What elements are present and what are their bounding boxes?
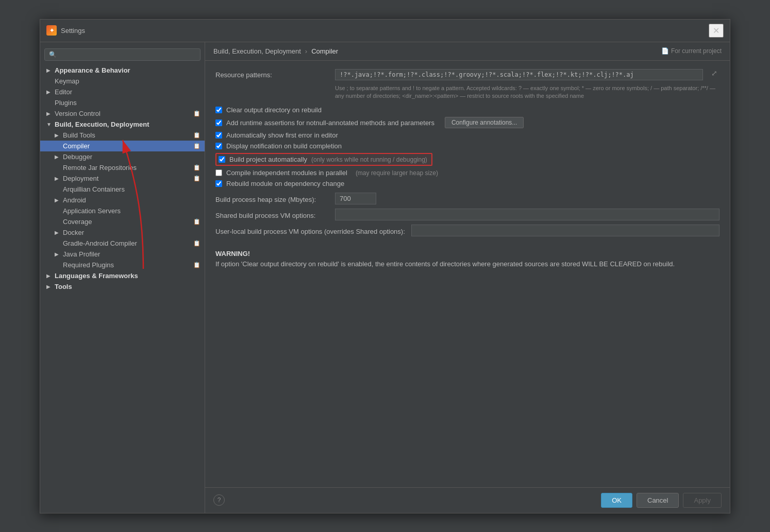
shared-vm-input[interactable]: [335, 209, 719, 220]
sidebar-item-label: Editor: [55, 88, 200, 96]
chevron-icon: ▶: [46, 111, 53, 116]
chevron-icon: ▼: [46, 122, 53, 127]
search-input[interactable]: [44, 48, 200, 61]
help-button[interactable]: ?: [213, 494, 225, 506]
sidebar-item-label: Arquillian Containers: [63, 185, 200, 193]
heap-input[interactable]: [335, 193, 376, 204]
checkbox-row-display-notification: Display notification on build completion: [215, 142, 719, 150]
sidebar-item-docker[interactable]: ▶Docker: [40, 227, 205, 238]
copy-icon: 📋: [193, 262, 200, 268]
ok-button[interactable]: OK: [601, 493, 632, 508]
checkbox-note-build-automatically: (only works while not running / debuggin…: [311, 156, 427, 163]
checkbox-clear-output[interactable]: [215, 107, 222, 113]
chevron-icon: ▶: [46, 273, 53, 279]
chevron-icon: ▶: [46, 89, 53, 95]
sidebar-item-appearance[interactable]: ▶Appearance & Behavior: [40, 65, 205, 76]
sidebar-item-label: Required Plugins: [63, 261, 191, 269]
checkbox-label-auto-show-error: Automatically show first error in editor: [226, 131, 338, 139]
sidebar-item-label: Coverage: [63, 218, 191, 226]
sidebar-item-label: Build Tools: [63, 131, 191, 139]
shared-vm-row: Shared build process VM options:: [215, 209, 719, 220]
sidebar-items-container: ▶Appearance & Behavior Keymap▶Editor Plu…: [40, 65, 205, 292]
sidebar-item-compiler[interactable]: Compiler📋: [40, 141, 205, 151]
resource-patterns-label: Resource patterns:: [215, 69, 329, 79]
chevron-icon: ▶: [55, 154, 61, 160]
resource-patterns-input[interactable]: [335, 69, 703, 80]
sidebar-item-debugger[interactable]: ▶Debugger: [40, 151, 205, 162]
app-icon: ✦: [46, 25, 57, 36]
sidebar-item-keymap[interactable]: Keymap: [40, 76, 205, 87]
sidebar-item-required-plugins[interactable]: Required Plugins📋: [40, 260, 205, 270]
sidebar-item-languages[interactable]: ▶Languages & Frameworks: [40, 270, 205, 281]
checkbox-build-automatically[interactable]: [219, 156, 225, 163]
breadcrumb-current: Compiler: [311, 47, 338, 55]
dialog-body: ▶Appearance & Behavior Keymap▶Editor Plu…: [40, 42, 730, 513]
sidebar-item-label: Plugins: [55, 99, 200, 107]
warning-title: WARNING!: [215, 250, 250, 258]
copy-icon: 📋: [193, 164, 200, 171]
checkbox-label-rebuild-on-dep: Rebuild module on dependency change: [226, 180, 344, 187]
close-button[interactable]: ✕: [709, 24, 724, 38]
checkbox-label-clear-output: Clear output directory on rebuild: [226, 106, 322, 114]
sidebar-item-editor[interactable]: ▶Editor: [40, 87, 205, 97]
title-bar: ✦ Settings ✕: [40, 20, 730, 42]
user-vm-input[interactable]: [411, 225, 719, 236]
sidebar-item-label: Version Control: [55, 110, 191, 117]
sidebar-item-build-execution[interactable]: ▼Build, Execution, Deployment: [40, 119, 205, 130]
chevron-icon: ▶: [55, 230, 61, 235]
title-bar-left: ✦ Settings: [46, 25, 85, 36]
checkbox-add-runtime[interactable]: [215, 119, 222, 126]
sidebar-item-version-control[interactable]: ▶Version Control📋: [40, 108, 205, 119]
breadcrumb-project: 📄 For current project: [661, 47, 722, 55]
help-text: Use ; to separate patterns and ! to nega…: [335, 84, 719, 100]
sidebar-item-label: Android: [63, 196, 200, 204]
checkbox-row-build-automatically: Build project automatically(only works w…: [215, 153, 432, 166]
shared-vm-label: Shared build process VM options:: [215, 210, 329, 219]
checkbox-label-compile-parallel: Compile independent modules in parallel: [226, 169, 347, 177]
sidebar-item-tools[interactable]: ▶Tools: [40, 281, 205, 292]
breadcrumb-bar: Build, Execution, Deployment › Compiler …: [205, 42, 730, 61]
sidebar-item-label: Tools: [55, 283, 200, 290]
resource-patterns-row: Resource patterns: ⤢: [215, 69, 719, 80]
sidebar-item-android[interactable]: ▶Android: [40, 195, 205, 205]
main-content: Build, Execution, Deployment › Compiler …: [205, 42, 730, 513]
sidebar-item-build-tools[interactable]: ▶Build Tools📋: [40, 130, 205, 141]
sidebar-item-coverage[interactable]: Coverage📋: [40, 216, 205, 227]
sidebar-item-label: Keymap: [55, 77, 200, 85]
cancel-button[interactable]: Cancel: [637, 493, 679, 508]
checkbox-row-add-runtime: Add runtime assertions for notnull-annot…: [215, 117, 719, 128]
window-title: Settings: [61, 27, 85, 35]
apply-button[interactable]: Apply: [683, 493, 722, 508]
chevron-icon: ▶: [55, 176, 61, 181]
copy-icon: 📋: [193, 110, 200, 117]
sidebar-item-label: Appearance & Behavior: [55, 66, 200, 74]
sidebar-item-app-servers[interactable]: Application Servers: [40, 205, 205, 216]
checkbox-row-rebuild-on-dep: Rebuild module on dependency change: [215, 180, 719, 187]
sidebar-item-gradle-android[interactable]: Gradle-Android Compiler📋: [40, 238, 205, 249]
checkbox-display-notification[interactable]: [215, 143, 222, 149]
sidebar-item-deployment[interactable]: ▶Deployment📋: [40, 173, 205, 184]
copy-icon: 📋: [193, 132, 200, 139]
warning-body: If option 'Clear output directory on reb…: [215, 260, 675, 268]
checkbox-compile-parallel[interactable]: [215, 169, 222, 176]
bottom-bar: ? OK Cancel Apply: [205, 487, 730, 513]
chevron-icon: ▶: [55, 132, 61, 138]
checkbox-auto-show-error[interactable]: [215, 132, 222, 139]
checkboxes-container: Clear output directory on rebuildAdd run…: [215, 106, 719, 187]
collapse-button[interactable]: ⤢: [709, 69, 719, 77]
copy-icon: 📋: [193, 218, 200, 225]
checkbox-label-build-automatically: Build project automatically: [229, 156, 307, 163]
heap-label: Build process heap size (Mbytes):: [215, 194, 329, 203]
breadcrumb-separator: ›: [305, 47, 307, 55]
warning-text: WARNING! If option 'Clear output directo…: [215, 249, 719, 269]
sidebar-item-java-profiler[interactable]: ▶Java Profiler: [40, 249, 205, 260]
sidebar-item-arquillian[interactable]: Arquillian Containers: [40, 184, 205, 195]
chevron-icon: ▶: [46, 284, 53, 289]
sidebar-item-remote-jar[interactable]: Remote Jar Repositories📋: [40, 162, 205, 173]
sidebar-item-label: Deployment: [63, 175, 191, 182]
warning-section: WARNING! If option 'Clear output directo…: [215, 249, 719, 269]
checkbox-label-add-runtime: Add runtime assertions for notnull-annot…: [226, 119, 434, 127]
sidebar-item-plugins[interactable]: Plugins: [40, 97, 205, 108]
checkbox-rebuild-on-dep[interactable]: [215, 180, 222, 187]
configure-annotations-button[interactable]: Configure annotations...: [445, 117, 524, 128]
